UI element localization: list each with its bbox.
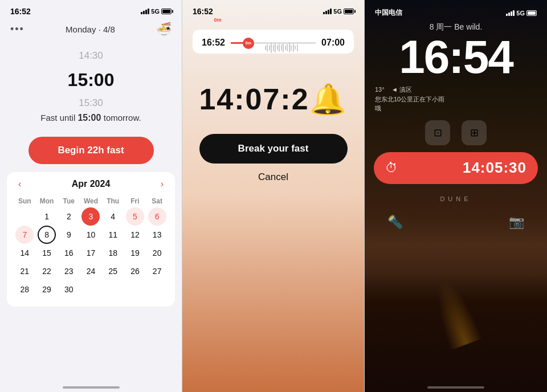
status-time-2: 16:52 — [193, 7, 213, 16]
dow-wed: Wed — [80, 195, 102, 207]
timer-pill[interactable]: ⏱ 14:05:30 — [374, 152, 538, 184]
dow-tue: Tue — [58, 195, 80, 207]
qr-icon: ⊞ — [470, 126, 479, 139]
cal-day-empty-2 — [81, 280, 100, 299]
signal-block-1: 5G — [141, 8, 172, 15]
wave-bar — [289, 43, 290, 52]
dow-sun: Sun — [14, 195, 36, 207]
signal-block-2: 5G — [323, 8, 354, 15]
timer-slider-card[interactable]: 0m 16:52 0m — [193, 30, 354, 54]
cancel-button[interactable]: Cancel — [258, 172, 288, 183]
cal-day-11[interactable]: 11 — [104, 226, 122, 244]
time-above: 14:30 — [79, 48, 103, 64]
slider-end-label: 07:00 — [321, 38, 345, 48]
lockscreen-widgets: ⊡ ⊞ — [365, 120, 547, 145]
header-date: Monday · 4/8 — [66, 24, 115, 34]
dow-thu: Thu — [102, 195, 124, 207]
cal-day-13[interactable]: 13 — [148, 226, 166, 244]
cal-day-16[interactable]: 16 — [60, 244, 78, 262]
cal-day-8[interactable]: 8 — [38, 226, 56, 244]
network-label-1: 5G — [151, 8, 160, 15]
cal-day-27[interactable]: 27 — [148, 262, 166, 280]
app-header-1: ••• Monday · 4/8 🍜 — [0, 18, 182, 42]
wave-bar — [267, 44, 268, 52]
signal-bars-1 — [141, 9, 149, 14]
weather-widget: 13° ◄ 滇区 您东北10公里正在下小雨哦 — [365, 80, 547, 118]
calendar: ‹ Apr 2024 › Sun Mon Tue Wed Thu Fri Sat… — [7, 172, 175, 307]
wave-bar — [273, 44, 274, 51]
calendar-grid: Sun Mon Tue Wed Thu Fri Sat 1 2 3 4 5 6 … — [14, 195, 168, 299]
signal-block-3: 5G — [506, 10, 537, 17]
cal-day-4[interactable]: 4 — [104, 207, 122, 226]
cal-day-empty-3 — [104, 280, 122, 299]
qr-widget-button[interactable]: ⊞ — [462, 120, 487, 145]
carrier-label: 中国电信 — [375, 8, 402, 18]
cal-day-14[interactable]: 14 — [15, 244, 34, 262]
wave-bar — [293, 44, 294, 52]
cal-day-7[interactable]: 7 — [15, 226, 34, 244]
dow-fri: Fri — [124, 195, 146, 207]
prev-month-button[interactable]: ‹ — [14, 178, 26, 190]
cal-day-empty-5 — [148, 280, 166, 299]
cal-day-24[interactable]: 24 — [81, 262, 100, 280]
signal-bars-3 — [506, 10, 515, 16]
dow-sat: Sat — [146, 195, 168, 207]
slider-bar[interactable]: 0m — [231, 42, 316, 44]
status-bar-2: 16:52 5G — [182, 0, 364, 18]
cal-day-20[interactable]: 20 — [148, 244, 166, 262]
fasting-app-panel: 16:52 5G ••• Monday · 4/8 🍜 14:30 15:00 … — [0, 0, 182, 392]
header-emoji: 🍜 — [156, 22, 172, 36]
cal-day-17[interactable]: 17 — [81, 244, 100, 262]
camera-icon[interactable]: 📷 — [509, 215, 524, 230]
waveform — [248, 41, 316, 55]
dune-logo: DUNE — [365, 195, 547, 202]
fast-label: Fast until 15:00 tomorrow. — [0, 113, 182, 123]
wave-bar — [287, 44, 288, 51]
cal-day-9[interactable]: 9 — [60, 226, 78, 244]
cal-day-5[interactable]: 5 — [126, 207, 144, 226]
wave-bar — [277, 45, 278, 50]
cal-day-21[interactable]: 21 — [15, 262, 34, 280]
cal-day-23[interactable]: 23 — [60, 262, 78, 280]
battery-icon-1 — [161, 9, 172, 14]
cal-day-26[interactable]: 26 — [126, 262, 144, 280]
wave-bar — [297, 44, 298, 51]
begin-fast-button[interactable]: Begin 22h fast — [28, 137, 154, 164]
cal-day-30[interactable]: 30 — [60, 280, 78, 299]
selected-time: 15:00 — [68, 64, 115, 95]
scan-widget-button[interactable]: ⊡ — [425, 120, 450, 145]
cal-day-29[interactable]: 29 — [38, 280, 56, 299]
cal-day-19[interactable]: 19 — [126, 244, 144, 262]
calendar-nav: ‹ Apr 2024 › — [14, 178, 168, 190]
battery-icon-3 — [526, 10, 537, 16]
home-indicator-3 — [427, 386, 484, 389]
timer-icon: ⏱ — [385, 161, 398, 175]
lockscreen-clock: 16:54 — [365, 34, 547, 80]
wave-bar — [281, 44, 282, 51]
break-fast-button[interactable]: Break your fast — [199, 134, 348, 164]
cal-day-1[interactable]: 1 — [38, 207, 56, 226]
next-month-button[interactable]: › — [156, 178, 168, 190]
battery-icon-2 — [344, 9, 354, 14]
slider-track[interactable]: 16:52 0m — [202, 38, 345, 48]
cal-day-12[interactable]: 12 — [126, 226, 144, 244]
calendar-month: Apr 2024 — [72, 179, 111, 189]
cal-day-15[interactable]: 15 — [38, 244, 56, 262]
flashlight-icon[interactable]: 🔦 — [387, 215, 403, 230]
cal-day-6[interactable]: 6 — [148, 207, 166, 226]
thumb-pip: 0m — [214, 17, 222, 23]
cal-day-25[interactable]: 25 — [104, 262, 122, 280]
lockscreen-bottom-bar: 🔦 📷 — [365, 209, 547, 235]
wave-bar — [283, 43, 284, 52]
cal-day-empty-4 — [126, 280, 144, 299]
cal-day-28[interactable]: 28 — [15, 280, 34, 299]
cal-day-2[interactable]: 2 — [60, 207, 78, 226]
cal-day-18[interactable]: 18 — [104, 244, 122, 262]
menu-dots[interactable]: ••• — [10, 23, 25, 35]
cal-day-3[interactable]: 3 — [81, 207, 100, 226]
time-picker[interactable]: 14:30 15:00 15:30 — [0, 48, 182, 112]
cal-day-22[interactable]: 22 — [38, 262, 56, 280]
status-bar-1: 16:52 5G — [0, 0, 182, 18]
cal-day-10[interactable]: 10 — [81, 226, 100, 244]
timer-panel: 16:52 5G 0m 16:52 0m — [182, 0, 365, 392]
